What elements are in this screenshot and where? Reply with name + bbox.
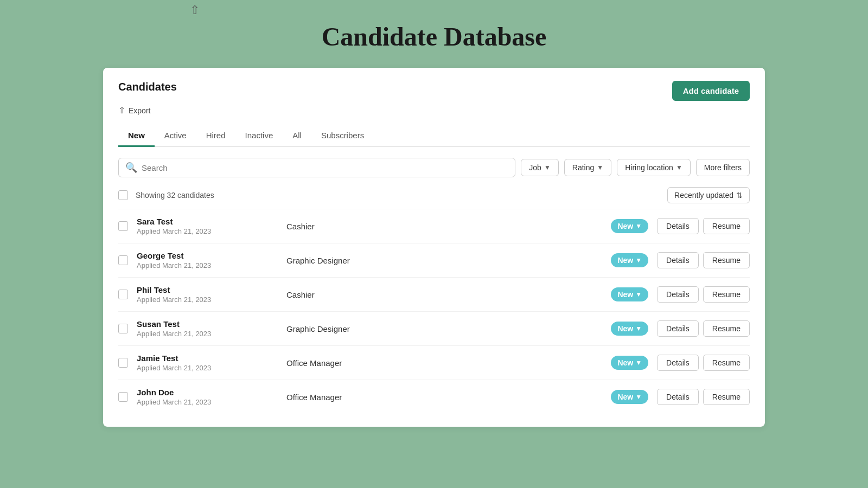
- candidate-name-2: Phil Test: [137, 285, 278, 294]
- candidate-checkbox-2[interactable]: [118, 290, 128, 299]
- candidate-status-badge-0[interactable]: New ▼: [611, 219, 648, 233]
- row-actions-0: Details Resume: [657, 218, 750, 234]
- details-button-3[interactable]: Details: [657, 320, 699, 337]
- candidates-heading: Candidates: [118, 81, 177, 93]
- job-filter-button[interactable]: Job ▼: [521, 159, 558, 176]
- export-label: Export: [129, 106, 150, 115]
- candidate-job-3: Graphic Designer: [286, 324, 602, 333]
- hiring-location-filter-label: Hiring location: [625, 163, 673, 172]
- candidate-status-badge-2[interactable]: New ▼: [611, 287, 648, 301]
- candidate-status-badge-4[interactable]: New ▼: [611, 356, 648, 370]
- add-candidate-button[interactable]: Add candidate: [672, 81, 750, 101]
- sort-label: Recently updated: [674, 191, 733, 200]
- candidates-title: Candidates: [118, 81, 177, 93]
- candidate-info-2: Phil Test Applied March 21, 2023: [137, 285, 278, 304]
- candidate-status-label-0: New: [617, 222, 633, 230]
- candidate-info-1: George Test Applied March 21, 2023: [137, 251, 278, 269]
- candidate-info-3: Susan Test Applied March 21, 2023: [137, 319, 278, 338]
- details-button-2[interactable]: Details: [657, 286, 699, 303]
- resume-button-1[interactable]: Resume: [703, 252, 750, 268]
- tab-active[interactable]: Active: [155, 125, 196, 147]
- table-row: Jamie Test Applied March 21, 2023 Office…: [118, 345, 750, 380]
- candidate-status-badge-1[interactable]: New ▼: [611, 253, 648, 267]
- export-icon: ⇧: [118, 105, 125, 115]
- table-row: George Test Applied March 21, 2023 Graph…: [118, 243, 750, 277]
- row-actions-2: Details Resume: [657, 286, 750, 303]
- rating-filter-button[interactable]: Rating ▼: [564, 159, 611, 176]
- search-input[interactable]: [142, 163, 508, 172]
- resume-button-5[interactable]: Resume: [703, 389, 750, 405]
- candidate-status-badge-3[interactable]: New ▼: [611, 322, 648, 336]
- rating-filter-label: Rating: [572, 163, 594, 172]
- tabs-bar: New Active Hired Inactive All Subscriber…: [118, 125, 750, 147]
- job-filter-chevron-icon: ▼: [544, 164, 551, 171]
- candidate-info-5: John Doe Applied March 21, 2023: [137, 388, 278, 406]
- resume-button-3[interactable]: Resume: [703, 320, 750, 337]
- hiring-location-filter-button[interactable]: Hiring location ▼: [617, 159, 691, 176]
- details-button-5[interactable]: Details: [657, 389, 699, 405]
- candidate-checkbox-5[interactable]: [118, 392, 128, 402]
- candidate-checkbox-1[interactable]: [118, 255, 128, 265]
- details-button-1[interactable]: Details: [657, 252, 699, 268]
- tab-hired[interactable]: Hired: [196, 125, 235, 147]
- search-box: 🔍: [118, 158, 515, 177]
- status-chevron-icon-2: ▼: [635, 291, 642, 298]
- table-row: Susan Test Applied March 21, 2023 Graphi…: [118, 311, 750, 345]
- candidate-checkbox-4[interactable]: [118, 358, 128, 368]
- candidate-date-5: Applied March 21, 2023: [137, 398, 278, 406]
- candidate-info-4: Jamie Test Applied March 21, 2023: [137, 354, 278, 372]
- tab-subscribers[interactable]: Subscribers: [311, 125, 374, 147]
- sort-icon: ⇅: [736, 191, 743, 200]
- resume-button-0[interactable]: Resume: [703, 218, 750, 234]
- card-header: Candidates Add candidate: [118, 81, 750, 101]
- candidates-card: Candidates Add candidate ⇧ Export New Ac…: [103, 68, 765, 427]
- candidate-date-4: Applied March 21, 2023: [137, 364, 278, 372]
- candidate-job-4: Office Manager: [286, 358, 602, 368]
- candidate-date-0: Applied March 21, 2023: [137, 227, 278, 235]
- status-chevron-icon-1: ▼: [635, 256, 642, 264]
- candidate-job-5: Office Manager: [286, 393, 602, 402]
- candidate-name-3: Susan Test: [137, 319, 278, 329]
- results-row: Showing 32 candidates Recently updated ⇅: [118, 187, 750, 203]
- export-link[interactable]: ⇧ Export: [118, 105, 750, 115]
- up-arrow-icon[interactable]: ⇧: [190, 3, 200, 17]
- table-row: Phil Test Applied March 21, 2023 Cashier…: [118, 277, 750, 311]
- candidate-name-0: Sara Test: [137, 217, 278, 226]
- candidate-job-0: Cashier: [286, 222, 602, 231]
- candidate-status-label-4: New: [617, 358, 633, 367]
- candidate-name-5: John Doe: [137, 388, 278, 397]
- candidate-status-badge-5[interactable]: New ▼: [611, 390, 648, 404]
- candidate-status-label-2: New: [617, 290, 633, 299]
- search-icon: 🔍: [125, 162, 137, 174]
- status-chevron-icon-4: ▼: [635, 359, 642, 367]
- select-all-checkbox[interactable]: [118, 190, 128, 200]
- candidate-name-1: George Test: [137, 251, 278, 260]
- resume-button-2[interactable]: Resume: [703, 286, 750, 303]
- more-filters-button[interactable]: More filters: [696, 159, 750, 176]
- candidate-date-3: Applied March 21, 2023: [137, 330, 278, 338]
- hiring-location-filter-chevron-icon: ▼: [676, 164, 682, 171]
- row-actions-3: Details Resume: [657, 320, 750, 337]
- candidate-checkbox-3[interactable]: [118, 324, 128, 333]
- candidate-job-2: Cashier: [286, 290, 602, 299]
- candidate-checkbox-0[interactable]: [118, 221, 128, 231]
- sort-button[interactable]: Recently updated ⇅: [667, 187, 750, 203]
- table-row: John Doe Applied March 21, 2023 Office M…: [118, 380, 750, 414]
- tab-new[interactable]: New: [118, 125, 155, 147]
- tab-all[interactable]: All: [283, 125, 311, 147]
- candidate-date-2: Applied March 21, 2023: [137, 296, 278, 304]
- job-filter-label: Job: [529, 163, 541, 172]
- details-button-4[interactable]: Details: [657, 355, 699, 371]
- page-title: Candidate Database: [322, 22, 547, 52]
- candidates-list: Sara Test Applied March 21, 2023 Cashier…: [118, 209, 750, 414]
- status-chevron-icon-0: ▼: [635, 222, 642, 230]
- details-button-0[interactable]: Details: [657, 218, 699, 234]
- resume-button-4[interactable]: Resume: [703, 355, 750, 371]
- filters-row: 🔍 Job ▼ Rating ▼ Hiring location ▼ More …: [118, 158, 750, 177]
- tab-inactive[interactable]: Inactive: [235, 125, 283, 147]
- candidate-status-label-3: New: [617, 324, 633, 333]
- table-row: Sara Test Applied March 21, 2023 Cashier…: [118, 209, 750, 243]
- row-actions-5: Details Resume: [657, 389, 750, 405]
- more-filters-label: More filters: [704, 163, 742, 172]
- showing-text: Showing 32 candidates: [136, 191, 214, 200]
